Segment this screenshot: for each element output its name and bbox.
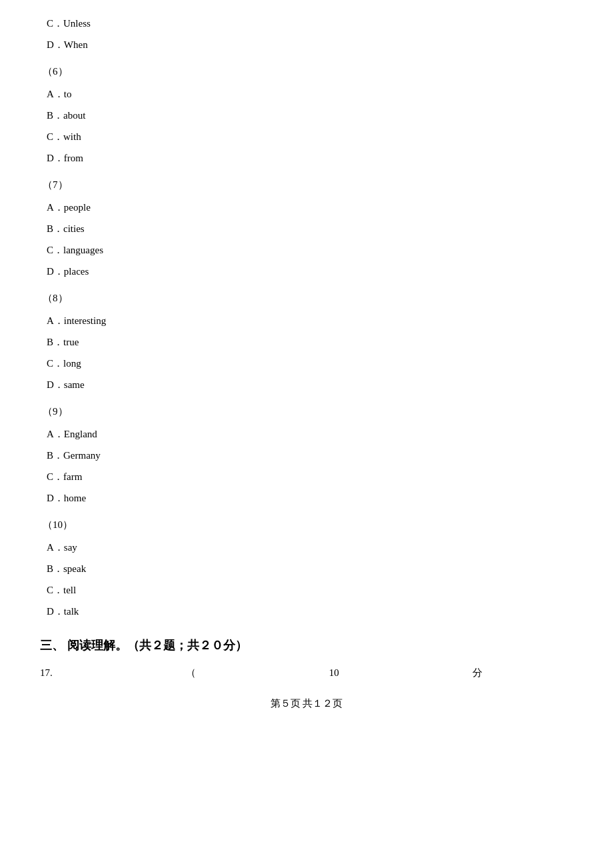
question-6-number: （6） xyxy=(40,61,573,81)
option-8b-text: B．true xyxy=(47,337,79,347)
option-7c: C．languages xyxy=(40,240,573,260)
option-10b: B．speak xyxy=(40,559,573,579)
question-17-row: 17. （ 10 分 ） xyxy=(40,663,573,683)
option-9a: A．England xyxy=(40,424,573,444)
option-7c-text: C．languages xyxy=(47,245,103,255)
question-9-label: （9） xyxy=(43,406,68,417)
page-footer: 第５页 共１２页 xyxy=(40,693,573,713)
question-10-label: （10） xyxy=(43,519,73,530)
option-6a-text: A．to xyxy=(47,89,72,99)
question-17-paren-open: （ xyxy=(186,663,196,683)
question-17-prefix: 17. xyxy=(40,663,53,683)
option-7a-text: A．people xyxy=(47,202,91,213)
option-7d: D．places xyxy=(40,261,573,281)
option-10d: D．talk xyxy=(40,601,573,621)
option-7b-text: B．cities xyxy=(47,223,85,234)
option-8c-text: C．long xyxy=(47,358,81,369)
option-7a: A．people xyxy=(40,197,573,217)
option-5c: C．Unless xyxy=(40,13,573,33)
option-8d-text: D．same xyxy=(47,379,85,390)
option-8a-text: A．interesting xyxy=(47,315,106,326)
question-17-score: 10 xyxy=(329,663,339,683)
option-8d: D．same xyxy=(40,375,573,395)
question-8-number: （8） xyxy=(40,288,573,308)
option-6a: A．to xyxy=(40,84,573,104)
question-8-label: （8） xyxy=(43,293,68,303)
option-9c-text: C．farm xyxy=(47,471,82,482)
question-17-fen: 分 xyxy=(472,663,482,683)
question-7-number: （7） xyxy=(40,175,573,195)
option-10c: C．tell xyxy=(40,580,573,600)
option-8b: B．true xyxy=(40,332,573,352)
question-10-number: （10） xyxy=(40,515,573,535)
option-9a-text: A．England xyxy=(47,429,97,439)
option-5d-text: D．When xyxy=(47,39,88,50)
option-7d-text: D．places xyxy=(47,266,89,277)
section-3-header: 三、 阅读理解。（共２题；共２０分） xyxy=(40,633,573,657)
option-6d: D．from xyxy=(40,148,573,168)
option-6c-text: C．with xyxy=(47,131,81,142)
option-6c: C．with xyxy=(40,127,573,147)
option-10a: A．say xyxy=(40,537,573,557)
option-10b-text: B．speak xyxy=(47,563,86,574)
question-9-number: （9） xyxy=(40,401,573,421)
option-8a: A．interesting xyxy=(40,311,573,331)
option-9b: B．Germany xyxy=(40,445,573,465)
option-10c-text: C．tell xyxy=(47,585,76,595)
option-5d: D．When xyxy=(40,35,573,55)
option-5c-text: C．Unless xyxy=(47,18,91,29)
question-7-label: （7） xyxy=(43,179,68,190)
option-6b-text: B．about xyxy=(47,110,85,121)
question-6-label: （6） xyxy=(43,66,68,77)
option-10a-text: A．say xyxy=(47,542,77,553)
option-7b: B．cities xyxy=(40,219,573,239)
option-10d-text: D．talk xyxy=(47,606,79,617)
option-8c: C．long xyxy=(40,353,573,373)
section-3-title: 三、 阅读理解。（共２题；共２０分） xyxy=(40,639,247,652)
page-footer-text: 第５页 共１２页 xyxy=(271,698,343,709)
option-6d-text: D．from xyxy=(47,153,83,163)
option-9d: D．home xyxy=(40,488,573,508)
option-9b-text: B．Germany xyxy=(47,450,101,461)
option-6b: B．about xyxy=(40,105,573,125)
option-9d-text: D．home xyxy=(47,493,86,503)
option-9c: C．farm xyxy=(40,467,573,487)
